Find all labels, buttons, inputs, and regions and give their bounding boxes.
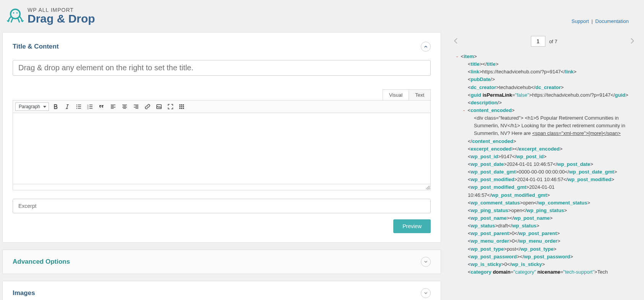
svg-rect-14: [181, 106, 182, 107]
align-center-button[interactable]: [120, 102, 129, 111]
xml-node-ping-status[interactable]: wp_ping_status: [471, 208, 508, 213]
svg-rect-18: [183, 108, 184, 109]
excerpt-input[interactable]: [13, 199, 431, 213]
expand-toggle[interactable]: -: [462, 107, 466, 114]
xml-node-guid[interactable]: guid: [471, 92, 481, 98]
svg-rect-11: [181, 104, 182, 105]
expand-toggle[interactable]: -: [455, 53, 459, 60]
svg-point-3: [76, 104, 77, 105]
xml-node-post-name[interactable]: wp_post_name: [471, 215, 507, 221]
xml-node-post-modified[interactable]: wp_post_modified: [471, 177, 514, 182]
pager-prev[interactable]: [453, 37, 459, 46]
panel-advanced-options[interactable]: Advanced Options: [2, 250, 441, 274]
panel-title: Advanced Options: [13, 258, 70, 266]
xml-node-link[interactable]: link: [471, 69, 479, 75]
xml-node-dc-creator[interactable]: dc_creator: [471, 84, 496, 90]
preview-button[interactable]: Preview: [393, 219, 431, 233]
xml-node-item[interactable]: item: [464, 54, 474, 59]
svg-rect-17: [181, 108, 182, 109]
tab-visual[interactable]: Visual: [383, 89, 409, 100]
bold-button[interactable]: [51, 102, 60, 111]
panel-title-content: Title & Content Visual Text Paragraph 12…: [2, 32, 441, 243]
numbered-list-button[interactable]: 123: [86, 102, 95, 111]
panel-toggle[interactable]: [421, 42, 431, 52]
svg-text:3: 3: [88, 107, 89, 110]
chevron-down-icon: [423, 291, 428, 295]
chevron-down-icon: [423, 259, 428, 264]
toolbar-toggle-button[interactable]: [177, 102, 187, 111]
svg-point-1: [13, 12, 15, 14]
svg-point-0: [11, 9, 20, 19]
svg-rect-12: [183, 104, 184, 105]
xml-node-post-date-gmt[interactable]: wp_post_date_gmt: [471, 169, 516, 175]
panel-toggle[interactable]: [421, 257, 431, 267]
content-editor: Visual Text Paragraph 123: [13, 89, 431, 190]
xml-node-status[interactable]: wp_status: [471, 223, 495, 229]
editor-body[interactable]: [13, 113, 431, 184]
editor-resize-handle[interactable]: [13, 184, 431, 190]
xml-more-link[interactable]: <span class="xml-more">[more]</span>: [532, 130, 620, 136]
pager-of-label: of 7: [549, 39, 558, 44]
documentation-link[interactable]: Documentation: [595, 18, 629, 24]
xml-node-is-sticky[interactable]: wp_is_sticky: [471, 261, 501, 267]
header: WP ALL IMPORT Drag & Drop Support | Docu…: [0, 0, 644, 32]
insert-media-button[interactable]: [154, 102, 164, 111]
xml-node-description[interactable]: description: [471, 100, 498, 105]
svg-rect-15: [183, 106, 184, 107]
xml-tree[interactable]: - <item> <title></title> <link>https://t…: [450, 51, 638, 292]
pager-current-input[interactable]: [531, 36, 545, 47]
support-link[interactable]: Support: [571, 18, 589, 24]
panel-toggle[interactable]: [421, 288, 431, 298]
svg-point-2: [16, 12, 18, 14]
record-pager: of 7: [450, 32, 638, 51]
svg-rect-13: [179, 106, 180, 107]
panel-images[interactable]: Images: [2, 281, 441, 300]
xml-node-post-modified-gmt[interactable]: wp_post_modified_gmt: [471, 184, 526, 190]
svg-point-5: [76, 108, 77, 109]
xml-node-pubdate[interactable]: pubDate: [471, 76, 491, 82]
xml-node-content-encoded[interactable]: content_encoded: [470, 107, 512, 113]
chevron-up-icon: [423, 44, 428, 49]
page-title: Drag & Drop: [28, 12, 95, 25]
logo-icon: [7, 7, 24, 24]
xml-node-post-type[interactable]: wp_post_type: [471, 246, 504, 252]
bullet-list-button[interactable]: [74, 102, 83, 111]
link-button[interactable]: [143, 102, 152, 111]
xml-node-category[interactable]: category: [471, 269, 492, 275]
xml-node-menu-order[interactable]: wp_menu_order: [471, 238, 509, 244]
chevron-left-icon: [453, 37, 459, 45]
blockquote-button[interactable]: [97, 102, 106, 111]
xml-node-post-parent[interactable]: wp_post_parent: [471, 230, 509, 236]
xml-node-post-id[interactable]: wp_post_id: [471, 154, 498, 159]
xml-node-excerpt-encoded[interactable]: excerpt_encoded: [471, 146, 512, 152]
xml-node-post-password[interactable]: wp_post_password: [471, 254, 517, 259]
italic-button[interactable]: [63, 102, 72, 111]
chevron-right-icon: [629, 37, 636, 45]
panel-title: Title & Content: [13, 43, 59, 50]
link-separator: |: [592, 18, 593, 24]
xml-node-title[interactable]: title: [471, 61, 480, 67]
tab-text[interactable]: Text: [409, 89, 431, 100]
pager-next[interactable]: [629, 37, 636, 46]
svg-rect-10: [179, 104, 180, 105]
format-select[interactable]: Paragraph: [15, 102, 49, 111]
svg-rect-16: [179, 108, 180, 109]
xml-node-post-date[interactable]: wp_post_date: [471, 161, 504, 167]
fullscreen-button[interactable]: [166, 102, 175, 111]
svg-point-4: [76, 106, 77, 107]
editor-toolbar: Paragraph 123: [13, 100, 431, 113]
header-links: Support | Documentation: [571, 18, 629, 24]
align-right-button[interactable]: [131, 102, 141, 111]
align-left-button[interactable]: [109, 102, 118, 111]
xml-node-comment-status[interactable]: wp_comment_status: [471, 200, 520, 206]
panel-title: Images: [13, 289, 35, 297]
title-input[interactable]: [13, 60, 431, 76]
